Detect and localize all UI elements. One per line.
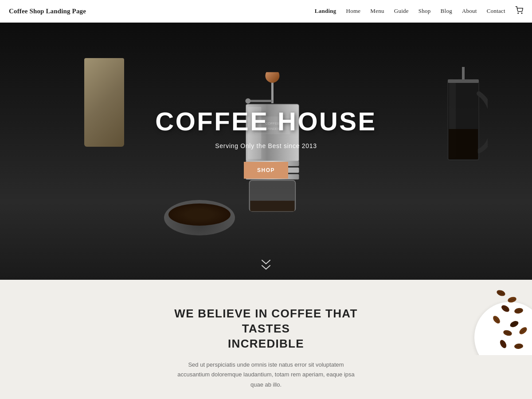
about-body: Sed ut perspiciatis unde omnis iste natu… <box>177 360 355 389</box>
hero-section: COFFEE GRINDER <box>0 23 532 280</box>
beans-decoration <box>461 280 532 355</box>
svg-point-0 <box>518 13 519 14</box>
shop-button[interactable]: SHOP <box>244 162 288 179</box>
nav-item-shop[interactable]: Shop <box>419 8 431 15</box>
about-heading: WE BELIEVE IN COFFEE THAT TASTES INCREDI… <box>155 306 377 351</box>
scroll-indicator[interactable] <box>261 259 271 271</box>
nav-item-blog[interactable]: Blog <box>441 8 452 15</box>
site-title: Coffee Shop Landing Page <box>9 8 86 15</box>
nav-item-home[interactable]: Home <box>346 8 361 15</box>
nav-item-guide[interactable]: Guide <box>394 8 409 15</box>
cart-icon[interactable] <box>515 6 523 16</box>
header: Coffee Shop Landing Page Landing Home Me… <box>0 0 532 23</box>
about-section: WE BELIEVE IN COFFEE THAT TASTES INCREDI… <box>0 280 532 399</box>
nav-item-contact[interactable]: Contact <box>487 8 505 15</box>
hero-title: COFFEE HOUSE <box>155 106 376 136</box>
main-nav: Landing Home Menu Guide Shop Blog About … <box>315 6 523 16</box>
nav-item-landing[interactable]: Landing <box>315 8 336 15</box>
svg-point-1 <box>521 13 522 14</box>
hero-content: COFFEE HOUSE Serving Only the Best since… <box>0 23 532 280</box>
double-chevron-icon <box>261 259 271 271</box>
nav-item-menu[interactable]: Menu <box>370 8 384 15</box>
hero-subtitle: Serving Only the Best since 2013 <box>215 142 317 149</box>
nav-item-about[interactable]: About <box>462 8 477 15</box>
